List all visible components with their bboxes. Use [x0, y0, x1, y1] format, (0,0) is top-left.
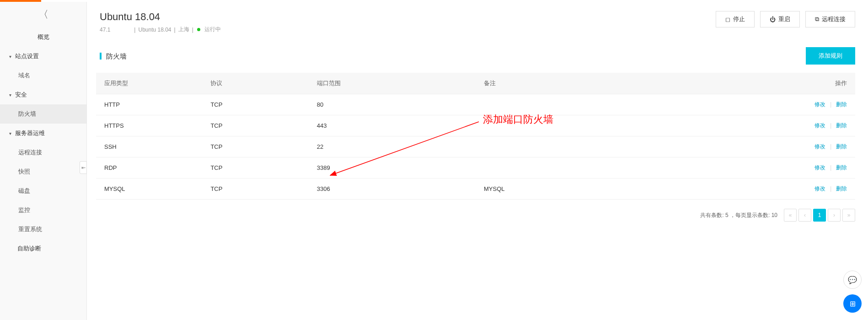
sidebar-group-server-ops[interactable]: ▾ 服务器运维	[0, 124, 86, 143]
column-header-protocol: 协议	[202, 73, 308, 94]
sidebar: 〈 概览 ▾ 站点设置 域名 ▾ 安全 防火墙 ▾ 服务器运维 远程连接 快照	[0, 2, 87, 320]
sidebar-group-site-settings[interactable]: ▾ 站点设置	[0, 47, 86, 66]
grid-icon: ⊞	[850, 299, 856, 308]
sidebar-item-label: 快照	[18, 168, 30, 175]
main-content: Ubuntu 18.04 47.1 | Ubuntu 18.04 | 上海 | …	[87, 2, 868, 320]
cell-ops: 修改 | 删除	[749, 179, 855, 200]
page-first-button[interactable]: «	[784, 209, 797, 222]
sidebar-item-label: 磁盘	[18, 187, 30, 194]
remote-connect-button[interactable]: ⧉ 远程连接	[805, 11, 855, 27]
cell-protocol: TCP	[202, 157, 308, 179]
cell-app-type: RDP	[96, 157, 202, 179]
cell-note	[476, 94, 749, 115]
sidebar-item-label: 防火墙	[18, 110, 36, 117]
delete-link[interactable]: 删除	[836, 164, 847, 171]
power-icon: ⏻	[770, 16, 776, 23]
sidebar-item-snapshot[interactable]: 快照	[0, 162, 86, 181]
cell-protocol: TCP	[202, 115, 308, 136]
caret-down-icon: ▾	[9, 131, 11, 136]
cell-ops: 修改 | 删除	[749, 157, 855, 179]
cell-ops: 修改 | 删除	[749, 115, 855, 136]
server-ip: 47.1	[100, 27, 110, 33]
sidebar-item-self-diag[interactable]: 自助诊断	[0, 239, 86, 258]
caret-down-icon: ▾	[9, 92, 11, 98]
server-status: 运行中	[204, 26, 221, 33]
stop-button[interactable]: ◻ 停止	[716, 11, 755, 27]
chat-float-button[interactable]: 💬	[843, 271, 862, 289]
page-last-button[interactable]: »	[842, 209, 855, 222]
sidebar-item-label: 域名	[18, 72, 30, 79]
edit-link[interactable]: 修改	[814, 101, 825, 108]
cell-protocol: TCP	[202, 179, 308, 200]
button-label: 远程连接	[822, 15, 846, 23]
page-title: Ubuntu 18.04	[100, 11, 221, 23]
page-number-button[interactable]: 1	[813, 209, 826, 222]
cell-protocol: TCP	[202, 136, 308, 157]
chevron-left-icon: 〈	[38, 8, 48, 22]
sidebar-item-disk[interactable]: 磁盘	[0, 181, 86, 201]
sidebar-group-security[interactable]: ▾ 安全	[0, 85, 86, 104]
page-header: Ubuntu 18.04 47.1 | Ubuntu 18.04 | 上海 | …	[87, 2, 868, 41]
cell-port: 3306	[309, 179, 476, 200]
firewall-rules-table: 应用类型 协议 端口范围 备注 操作 HTTP TCP 80 修改 | 删除 H…	[96, 73, 855, 200]
cell-app-type: SSH	[96, 136, 202, 157]
server-os: Ubuntu 18.04	[138, 27, 171, 33]
caret-down-icon: ▾	[9, 54, 11, 59]
column-header-ops: 操作	[749, 73, 855, 94]
sidebar-item-reinstall[interactable]: 重置系统	[0, 220, 86, 239]
delete-link[interactable]: 删除	[836, 122, 847, 129]
apps-float-button[interactable]: ⊞	[843, 294, 862, 313]
edit-link[interactable]: 修改	[814, 185, 825, 192]
sidebar-item-label: 远程连接	[18, 149, 42, 156]
cell-app-type: MYSQL	[96, 179, 202, 200]
table-row: HTTP TCP 80 修改 | 删除	[96, 94, 855, 115]
back-button[interactable]: 〈	[0, 2, 86, 27]
column-header-port-range: 端口范围	[309, 73, 476, 94]
sidebar-item-label: 自助诊断	[17, 244, 41, 253]
table-row: RDP TCP 3389 修改 | 删除	[96, 157, 855, 179]
pagination-info: 共有条数: 5 ，每页显示条数: 10	[700, 212, 777, 219]
sidebar-item-domain[interactable]: 域名	[0, 66, 86, 85]
delete-link[interactable]: 删除	[836, 185, 847, 192]
server-region: 上海	[178, 26, 189, 33]
table-row: HTTPS TCP 443 修改 | 删除	[96, 115, 855, 136]
cell-ops: 修改 | 删除	[749, 94, 855, 115]
page-next-button[interactable]: ›	[828, 209, 841, 222]
sidebar-item-firewall[interactable]: 防火墙	[0, 104, 86, 124]
section-title: 防火墙	[100, 53, 127, 60]
page-prev-button[interactable]: ‹	[798, 209, 811, 222]
sidebar-item-monitor[interactable]: 监控	[0, 201, 86, 220]
server-meta: 47.1 | Ubuntu 18.04 | 上海 | 运行中	[100, 26, 221, 33]
sidebar-item-label: 服务器运维	[15, 129, 45, 137]
button-label: 添加规则	[819, 52, 842, 59]
cell-protocol: TCP	[202, 94, 308, 115]
cell-port: 3389	[309, 157, 476, 179]
sidebar-item-label: 站点设置	[15, 52, 39, 60]
table-row: MYSQL TCP 3306 MYSQL 修改 | 删除	[96, 179, 855, 200]
sidebar-item-overview[interactable]: 概览	[0, 27, 86, 47]
edit-link[interactable]: 修改	[814, 143, 825, 150]
status-dot-icon	[197, 28, 200, 31]
sidebar-item-label: 监控	[18, 206, 30, 213]
edit-link[interactable]: 修改	[814, 164, 825, 171]
add-rule-button[interactable]: 添加规则	[806, 47, 855, 65]
edit-link[interactable]: 修改	[814, 122, 825, 129]
chat-icon: 💬	[848, 276, 857, 284]
cell-app-type: HTTPS	[96, 115, 202, 136]
sidebar-collapse-toggle[interactable]: ⇤	[80, 161, 87, 174]
restart-button[interactable]: ⏻ 重启	[760, 11, 800, 27]
sidebar-item-label: 重置系统	[18, 226, 42, 233]
cell-port: 80	[309, 94, 476, 115]
stop-icon: ◻	[725, 16, 730, 23]
delete-link[interactable]: 删除	[836, 143, 847, 150]
table-row: SSH TCP 22 修改 | 删除	[96, 136, 855, 157]
column-header-note: 备注	[476, 73, 749, 94]
cell-note	[476, 136, 749, 157]
cell-note: MYSQL	[476, 179, 749, 200]
sidebar-item-remote[interactable]: 远程连接	[0, 143, 86, 162]
delete-link[interactable]: 删除	[836, 101, 847, 108]
sidebar-item-label: 概览	[38, 33, 49, 41]
pagination: 共有条数: 5 ，每页显示条数: 10 « ‹ 1 › »	[96, 200, 855, 231]
column-header-app-type: 应用类型	[96, 73, 202, 94]
cell-port: 22	[309, 136, 476, 157]
